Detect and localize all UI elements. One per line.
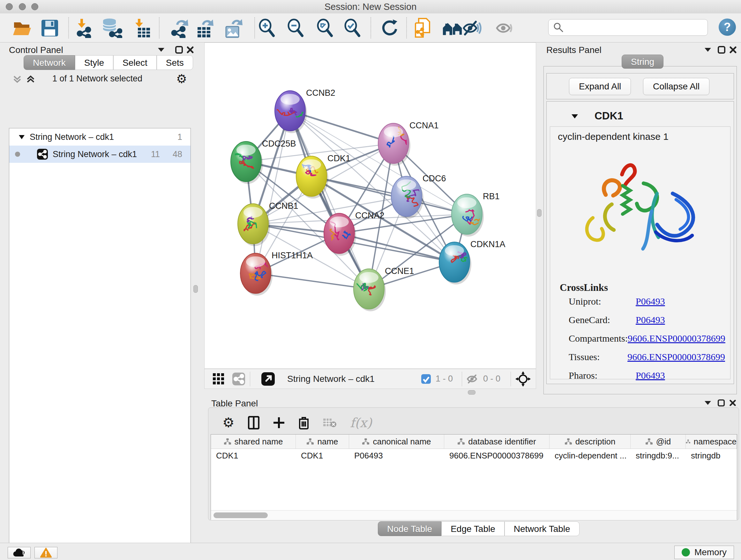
column-header-database-identifier[interactable]: database identifier bbox=[444, 435, 549, 449]
results-panel-menu-icon[interactable] bbox=[704, 46, 712, 54]
collapse-all-button[interactable]: Collapse All bbox=[643, 78, 710, 95]
scrollbar-thumb[interactable] bbox=[213, 512, 268, 518]
open-session-icon[interactable] bbox=[12, 18, 32, 38]
table-cell[interactable]: 9606.ENSP00000378699 bbox=[444, 449, 549, 462]
show-all-icon[interactable] bbox=[495, 18, 516, 38]
network-node-rb1[interactable]: RB1 bbox=[452, 192, 500, 237]
table-panel-close-icon[interactable] bbox=[729, 399, 737, 408]
table-cell[interactable]: P06493 bbox=[349, 449, 444, 462]
column-header-namespace[interactable]: namespace bbox=[686, 435, 737, 449]
expand-all-networks-icon[interactable] bbox=[25, 74, 36, 85]
network-node-ccnb1[interactable]: CCNB1 bbox=[238, 201, 298, 246]
expand-all-button[interactable]: Expand All bbox=[569, 78, 631, 95]
zoom-in-icon[interactable] bbox=[257, 18, 277, 38]
control-panel-menu-icon[interactable] bbox=[157, 46, 165, 54]
hidden-eye-slash-icon[interactable] bbox=[467, 374, 479, 384]
crosslink-value-link[interactable]: P06493 bbox=[636, 296, 665, 307]
apply-layout-icon[interactable] bbox=[379, 18, 400, 38]
zoom-selected-icon[interactable] bbox=[342, 18, 362, 38]
network-row[interactable]: String Network – cdk1 11 48 bbox=[9, 145, 191, 163]
network-node-hist1h1a[interactable]: HIST1H1A bbox=[240, 251, 313, 296]
zoom-fit-icon[interactable] bbox=[315, 18, 335, 38]
network-edge[interactable] bbox=[256, 273, 369, 289]
save-session-icon[interactable] bbox=[40, 18, 60, 38]
tab-node-table[interactable]: Node Table bbox=[378, 521, 441, 536]
hide-selected-icon[interactable] bbox=[462, 18, 482, 38]
bottom-splitter-handle[interactable] bbox=[468, 390, 475, 395]
network-canvas[interactable]: CCNB2CCNA1CDC25BCDK1CDC6RB1CCNB1CCNA2CDK… bbox=[204, 43, 536, 369]
network-node-cdk1[interactable]: CDK1 bbox=[296, 153, 350, 199]
column-header-shared-name[interactable]: shared name bbox=[211, 435, 296, 449]
group-nodes-icon[interactable] bbox=[442, 18, 463, 38]
export-table-icon[interactable] bbox=[194, 18, 214, 38]
memory-button[interactable]: Memory bbox=[674, 546, 734, 559]
table-cell[interactable]: stringdb:9... bbox=[630, 449, 686, 462]
import-network-file-icon[interactable] bbox=[74, 18, 94, 38]
table-horizontal-scrollbar[interactable] bbox=[211, 510, 737, 520]
control-panel-close-icon[interactable] bbox=[186, 46, 194, 55]
tab-select[interactable]: Select bbox=[113, 55, 157, 70]
left-splitter-handle[interactable] bbox=[193, 285, 198, 293]
network-collection-row[interactable]: String Network – cdk1 1 bbox=[9, 128, 191, 145]
network-graph[interactable]: CCNB2CCNA1CDC25BCDK1CDC6RB1CCNB1CCNA2CDK… bbox=[205, 43, 536, 368]
help-button[interactable]: ? bbox=[719, 18, 736, 36]
toolbar-search-field[interactable] bbox=[548, 19, 708, 36]
network-node-cdkn1a[interactable]: CDKN1A bbox=[439, 240, 506, 285]
control-panel-float-icon[interactable] bbox=[175, 46, 183, 55]
show-columns-icon[interactable] bbox=[248, 416, 259, 429]
column-header-description[interactable]: description bbox=[549, 435, 630, 449]
zoom-out-icon[interactable] bbox=[285, 18, 306, 38]
table-cell[interactable]: stringdb bbox=[686, 449, 737, 462]
network-node-cdc6[interactable]: CDC6 bbox=[391, 174, 446, 219]
search-input[interactable] bbox=[567, 22, 708, 33]
network-node-cdc25b[interactable]: CDC25B bbox=[231, 139, 296, 184]
birds-eye-grid-icon[interactable] bbox=[212, 373, 225, 385]
column-header-canonical-name[interactable]: canonical name bbox=[349, 435, 444, 449]
collapse-all-networks-icon[interactable] bbox=[12, 74, 22, 85]
table-cell[interactable]: CDK1 bbox=[296, 449, 349, 462]
open-in-new-window-icon[interactable] bbox=[261, 372, 275, 386]
export-image-icon[interactable] bbox=[223, 18, 244, 38]
copy-style-icon[interactable] bbox=[413, 18, 433, 38]
table-cell[interactable]: cyclin-dependent ... bbox=[549, 449, 630, 462]
export-network-icon[interactable] bbox=[169, 18, 190, 38]
column-header-label: name bbox=[317, 437, 338, 447]
results-panel-float-icon[interactable] bbox=[718, 46, 726, 55]
table-panel-menu-icon[interactable] bbox=[704, 400, 712, 407]
results-panel-close-icon[interactable] bbox=[729, 46, 737, 55]
tab-edge-table[interactable]: Edge Table bbox=[441, 521, 504, 536]
table-cell[interactable]: CDK1 bbox=[211, 449, 296, 462]
gene-collapse-icon[interactable] bbox=[571, 113, 579, 119]
tab-style[interactable]: Style bbox=[75, 55, 113, 70]
network-node-ccne1[interactable]: CCNE1 bbox=[354, 266, 414, 311]
selected-checkbox-icon[interactable] bbox=[421, 374, 431, 384]
collection-expand-icon[interactable] bbox=[18, 134, 25, 140]
import-network-database-icon[interactable] bbox=[102, 18, 123, 38]
tab-network[interactable]: Network bbox=[23, 55, 75, 70]
tab-string[interactable]: String bbox=[622, 55, 664, 69]
column-header--id[interactable]: @id bbox=[630, 435, 686, 449]
import-table-file-icon[interactable] bbox=[131, 18, 152, 38]
tab-sets[interactable]: Sets bbox=[157, 55, 193, 70]
create-column-icon[interactable] bbox=[273, 417, 285, 429]
table-row[interactable]: CDK1CDK1P064939606.ENSP00000378699cyclin… bbox=[211, 449, 737, 462]
warnings-button[interactable] bbox=[35, 547, 57, 558]
delete-column-icon[interactable] bbox=[298, 416, 309, 429]
network-badge-icon[interactable] bbox=[232, 372, 246, 386]
network-node-ccna1[interactable]: CCNA1 bbox=[378, 121, 439, 166]
column-header-name[interactable]: name bbox=[296, 435, 349, 449]
table-options-gear-icon[interactable]: ⚙ bbox=[222, 415, 234, 430]
crosslink-value-link[interactable]: P06493 bbox=[636, 314, 665, 325]
node-label-cdc25b: CDC25B bbox=[262, 139, 296, 148]
network-node-ccnb2[interactable]: CCNB2 bbox=[273, 88, 335, 133]
crosslink-value-link[interactable]: P06493 bbox=[636, 370, 665, 381]
fit-selected-crosshair-icon[interactable] bbox=[515, 371, 531, 387]
crosslink-value-link[interactable]: 9606.ENSP00000378699 bbox=[627, 352, 725, 362]
tab-network-table[interactable]: Network Table bbox=[504, 521, 580, 536]
cloud-status-button[interactable] bbox=[8, 547, 30, 558]
crosslink-value-link[interactable]: 9606.ENSP00000378699 bbox=[628, 333, 725, 344]
network-options-gear-icon[interactable]: ⚙ bbox=[176, 72, 187, 86]
table-panel-float-icon[interactable] bbox=[718, 399, 725, 408]
network-selection-status: 1 of 1 Network selected bbox=[42, 74, 153, 84]
network-edge[interactable] bbox=[290, 111, 369, 289]
